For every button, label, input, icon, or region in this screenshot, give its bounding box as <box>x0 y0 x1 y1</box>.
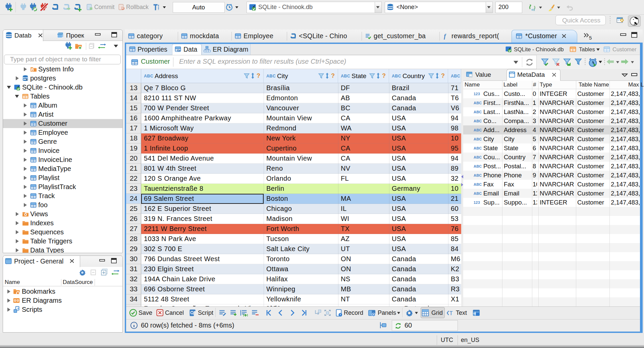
svg-text:T: T <box>449 310 453 316</box>
svg-text:f: f <box>444 33 446 40</box>
